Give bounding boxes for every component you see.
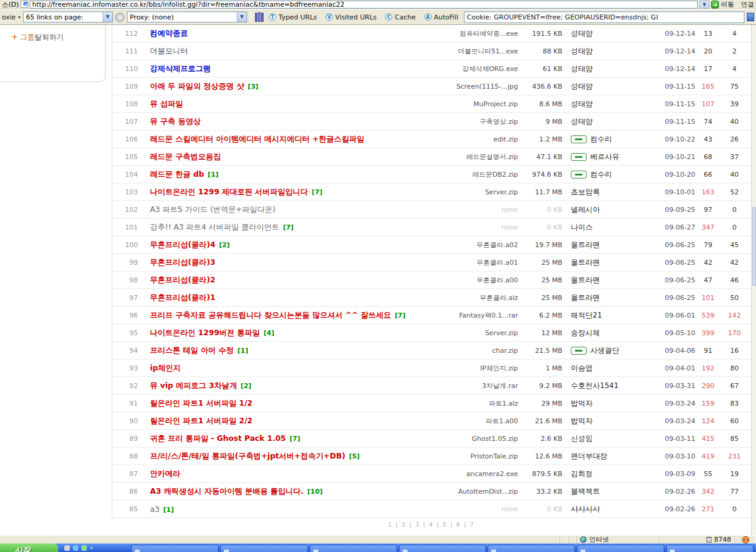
go-arrow-icon[interactable]: ➜: [711, 1, 719, 9]
post-title-link[interactable]: 프/리/스/톤/테/일 통파일(구축법+jpt서버+접속기+DB): [150, 451, 346, 460]
attachment-filename[interactable]: 구축영상.zip: [427, 117, 518, 126]
author-name[interactable]: 베르사유: [590, 152, 619, 162]
proxy-combo[interactable]: Proxy: (none) ▼: [127, 12, 247, 22]
author-name[interactable]: 이승엽: [571, 363, 593, 373]
attachment-filename[interactable]: Screen(1115-...jpg: [427, 83, 518, 90]
history-icon[interactable]: [115, 13, 124, 22]
author-name[interactable]: 샤샤사샤: [571, 504, 600, 514]
attachment-filename[interactable]: 무혼클라.alz: [427, 293, 518, 302]
author-name[interactable]: 해적단21: [571, 310, 602, 321]
attachment-filename[interactable]: 파트1.alz: [427, 399, 518, 408]
scrollbar-thumb[interactable]: [752, 207, 756, 286]
chevron-right-icon[interactable]: »: [90, 545, 94, 551]
attachment-filename[interactable]: IP체인지.zip: [427, 364, 518, 373]
taskbar-button[interactable]: [577, 545, 664, 552]
author-name[interactable]: 신성임: [571, 434, 593, 444]
post-title-link[interactable]: ip체인지: [150, 363, 181, 372]
post-title-link[interactable]: A3 캐릭생성시 자동아이템 분배용 툴입니다.: [150, 486, 304, 496]
post-title-link[interactable]: 귀혼 프리 통파일 - Ghost Pack 1.05: [150, 434, 286, 443]
attachment-filename[interactable]: Fantasy팩0.1...rar: [427, 311, 518, 320]
links-menu[interactable]: 연결: [736, 0, 755, 9]
author-name[interactable]: 밥먹자: [571, 398, 593, 409]
post-title-link[interactable]: 나이트온라인 1299 제대로된 서버파일입니다: [150, 187, 308, 196]
url-dropdown-arrow-icon[interactable]: ▼: [700, 1, 709, 9]
post-title-link[interactable]: 강제삭제프로그램: [150, 64, 211, 73]
author-name[interactable]: 초보암록: [571, 187, 600, 197]
author-name[interactable]: 김희정: [571, 469, 593, 479]
author-name[interactable]: 울트라맨: [571, 257, 600, 268]
author-name[interactable]: 울트라맨: [571, 275, 600, 285]
attachment-filename[interactable]: edit.zip: [427, 135, 518, 143]
attachment-filename[interactable]: Server.zip: [427, 188, 518, 196]
start-button[interactable]: 시작: [0, 543, 58, 552]
author-name[interactable]: 성태얌: [571, 29, 593, 39]
taskbar-button[interactable]: [131, 545, 219, 552]
post-title-link[interactable]: 레드문 스킬에디터 아이템에디터 메시지에디터 +한글스킬파일: [150, 134, 364, 143]
visited-urls-button[interactable]: V Visited URLs: [322, 12, 380, 22]
clipped-toolbar-icon[interactable]: [747, 13, 754, 21]
attachment-filename[interactable]: MuProject.zip: [427, 100, 518, 108]
attachment-filename[interactable]: char.zip: [427, 347, 518, 355]
trash-icon[interactable]: [706, 537, 712, 543]
post-title-link[interactable]: 뮤 섭파일: [150, 99, 183, 108]
attachment-filename[interactable]: Server.zip: [427, 329, 518, 337]
post-title-link[interactable]: 더블모니터: [150, 46, 188, 55]
typed-urls-button[interactable]: T Typed URLs: [266, 12, 320, 22]
attachment-filename[interactable]: 3차날개.rar: [427, 381, 518, 390]
post-title-link[interactable]: 무혼프리섭(클라)1: [150, 293, 216, 302]
attachment-filename[interactable]: 더블모니터51...exe: [427, 47, 518, 56]
cookie-field[interactable]: Cookie: GROUPEVENT=lfree; GEOPIAUSERID=e…: [464, 12, 744, 23]
post-title-link[interactable]: 무혼프리섭(클라)4: [150, 240, 216, 249]
author-name[interactable]: 컴수리: [590, 169, 612, 180]
post-title-link[interactable]: a3: [150, 505, 160, 514]
attachment-filename[interactable]: Ghost1.05.zip: [427, 435, 518, 443]
sidebar-item-leave-group[interactable]: +그룹탈퇴하기: [12, 32, 64, 43]
post-title-link[interactable]: 레드문 한글 db: [150, 169, 204, 179]
quick-launch-icon[interactable]: [81, 545, 87, 551]
author-name[interactable]: 밥먹자: [571, 416, 593, 426]
post-title-link[interactable]: 프리프 구축자료 공유해드립니다 찾으시는분들 많으셔서 ^^ 잘쓰세요: [150, 310, 391, 319]
monkey-icon[interactable]: [742, 536, 749, 543]
taskbar-button[interactable]: [488, 545, 575, 552]
post-title-link[interactable]: 릴온라인 파트1 서버파일 2/2: [150, 416, 253, 425]
chevron-down-icon[interactable]: ▼: [237, 12, 247, 22]
post-title-link[interactable]: 컴예약종료: [150, 29, 188, 38]
post-title-link[interactable]: 강추!! A3 파트4 서버파일 클라이언트: [150, 222, 279, 231]
taskbar-button[interactable]: [666, 545, 754, 552]
author-name[interactable]: 울트라맨: [571, 293, 600, 303]
post-title-link[interactable]: 무혼프리섭(클라)2: [150, 275, 216, 284]
vertical-scrollbar[interactable]: [751, 25, 756, 535]
book-icon[interactable]: [255, 12, 264, 22]
attachment-filename[interactable]: 강제삭제ORG.exe: [427, 64, 518, 73]
attachment-filename[interactable]: none: [427, 223, 518, 231]
attachment-filename[interactable]: 무혼클라.a02: [427, 240, 518, 250]
attachment-filename[interactable]: AutoItemDist...zip: [427, 488, 518, 496]
internet-explorer-icon[interactable]: [73, 545, 78, 551]
links-on-page-combo[interactable]: 65 links on page: ▼: [23, 12, 113, 22]
author-name[interactable]: 나이스: [571, 222, 593, 233]
post-title-link[interactable]: 아래 두 파일의 정상증명 샷: [150, 81, 244, 90]
attachment-filename[interactable]: 컴퓨터예약종...exe: [427, 29, 518, 38]
attachment-filename[interactable]: 레드문설명서.zip: [427, 152, 518, 162]
attachment-filename[interactable]: 무혼클라.a01: [427, 258, 518, 267]
post-title-link[interactable]: 레드문 구축법모음집: [150, 152, 221, 161]
author-name[interactable]: 울트라맨: [571, 240, 600, 250]
taskbar-button[interactable]: [310, 545, 397, 552]
author-name[interactable]: 송장시체: [571, 328, 600, 338]
attachment-filename[interactable]: 무혼클라.a00: [427, 276, 518, 285]
post-title-link[interactable]: A3 파트5 가이드 (번역문+파일다운): [150, 205, 276, 214]
author-name[interactable]: 블랙잭트: [571, 486, 600, 497]
author-name[interactable]: 넬레시아: [571, 205, 600, 215]
attachment-filename[interactable]: 레드문DB2.zip: [427, 170, 518, 179]
post-title-link[interactable]: 뮤 vip 에피로그 3차날개: [150, 381, 237, 390]
attachment-filename[interactable]: ancamera2.exe: [427, 470, 518, 478]
quick-launch-icon[interactable]: [64, 545, 70, 551]
attachment-filename[interactable]: 파트1.a00: [427, 417, 518, 426]
author-name[interactable]: 성태얌: [571, 117, 593, 127]
taskbar-button[interactable]: [399, 545, 486, 552]
author-name[interactable]: 사생결단: [590, 346, 619, 356]
taskbar-button[interactable]: [220, 545, 308, 552]
author-name[interactable]: 컴수리: [590, 134, 612, 145]
author-name[interactable]: 성태얌: [571, 81, 593, 92]
cache-button[interactable]: C Cache: [382, 12, 418, 22]
